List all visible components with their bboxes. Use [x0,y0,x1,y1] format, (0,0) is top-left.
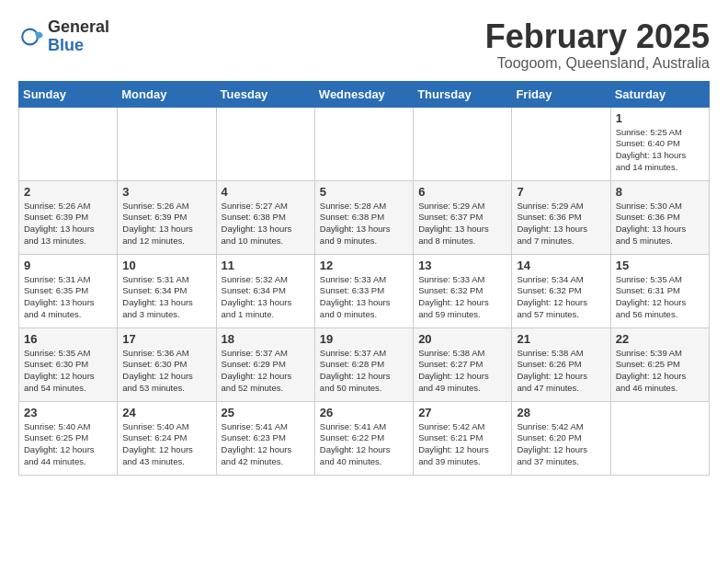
calendar-cell: 24Sunrise: 5:40 AM Sunset: 6:24 PM Dayli… [118,401,216,475]
day-info: Sunrise: 5:29 AM Sunset: 6:36 PM Dayligh… [517,201,605,247]
logo-general: General [48,18,109,37]
logo: General Blue [18,18,109,55]
day-number: 11 [222,259,310,272]
calendar-cell: 20Sunrise: 5:38 AM Sunset: 6:27 PM Dayli… [414,327,512,401]
calendar-cell: 18Sunrise: 5:37 AM Sunset: 6:29 PM Dayli… [216,327,314,401]
calendar-cell: 25Sunrise: 5:41 AM Sunset: 6:23 PM Dayli… [216,401,314,475]
page-header: General Blue February 2025 Toogoom, Quee… [18,18,710,72]
day-number: 19 [320,332,408,346]
day-number: 13 [418,259,506,272]
calendar-cell [414,107,512,180]
calendar-cell: 6Sunrise: 5:29 AM Sunset: 6:37 PM Daylig… [414,180,512,254]
calendar-cell: 9Sunrise: 5:31 AM Sunset: 6:35 PM Daylig… [19,254,118,327]
day-info: Sunrise: 5:38 AM Sunset: 6:27 PM Dayligh… [418,348,506,395]
calendar-cell: 15Sunrise: 5:35 AM Sunset: 6:31 PM Dayli… [610,254,709,327]
day-number: 14 [517,259,605,272]
day-info: Sunrise: 5:35 AM Sunset: 6:30 PM Dayligh… [24,348,112,395]
day-number: 26 [320,406,408,419]
day-info: Sunrise: 5:37 AM Sunset: 6:28 PM Dayligh… [320,348,408,395]
calendar-cell: 28Sunrise: 5:42 AM Sunset: 6:20 PM Dayli… [512,401,610,475]
calendar-cell [118,107,216,180]
day-number: 9 [24,259,112,272]
calendar-cell: 3Sunrise: 5:26 AM Sunset: 6:39 PM Daylig… [118,180,216,254]
day-info: Sunrise: 5:40 AM Sunset: 6:24 PM Dayligh… [122,421,210,468]
day-number: 2 [24,185,112,199]
calendar-cell: 17Sunrise: 5:36 AM Sunset: 6:30 PM Dayli… [118,327,216,401]
calendar-cell: 22Sunrise: 5:39 AM Sunset: 6:25 PM Dayli… [610,327,709,401]
day-info: Sunrise: 5:36 AM Sunset: 6:30 PM Dayligh… [122,348,210,395]
day-number: 23 [24,406,112,419]
calendar-cell: 1Sunrise: 5:25 AM Sunset: 6:40 PM Daylig… [610,107,709,180]
calendar-cell: 26Sunrise: 5:41 AM Sunset: 6:22 PM Dayli… [314,401,413,475]
calendar-week-4: 16Sunrise: 5:35 AM Sunset: 6:30 PM Dayli… [19,327,710,401]
day-info: Sunrise: 5:42 AM Sunset: 6:21 PM Dayligh… [418,421,506,468]
calendar-cell: 19Sunrise: 5:37 AM Sunset: 6:28 PM Dayli… [314,327,413,401]
day-number: 12 [320,259,408,272]
day-number: 1 [616,111,704,125]
calendar-cell: 14Sunrise: 5:34 AM Sunset: 6:32 PM Dayli… [512,254,610,327]
day-number: 3 [122,185,210,199]
calendar-cell: 5Sunrise: 5:28 AM Sunset: 6:38 PM Daylig… [314,180,413,254]
day-info: Sunrise: 5:26 AM Sunset: 6:39 PM Dayligh… [24,201,112,247]
weekday-header-thursday: Thursday [414,81,512,107]
day-info: Sunrise: 5:38 AM Sunset: 6:26 PM Dayligh… [517,348,605,395]
calendar-cell: 7Sunrise: 5:29 AM Sunset: 6:36 PM Daylig… [512,180,610,254]
day-info: Sunrise: 5:31 AM Sunset: 6:34 PM Dayligh… [122,274,210,321]
title-block: February 2025 Toogoom, Queensland, Austr… [485,18,710,72]
calendar-cell: 11Sunrise: 5:32 AM Sunset: 6:34 PM Dayli… [216,254,314,327]
calendar-table: SundayMondayTuesdayWednesdayThursdayFrid… [18,81,710,476]
month-title: February 2025 [485,18,710,55]
location: Toogoom, Queensland, Australia [485,55,710,72]
weekday-header-friday: Friday [512,81,610,107]
day-info: Sunrise: 5:30 AM Sunset: 6:36 PM Dayligh… [616,201,704,247]
calendar-week-2: 2Sunrise: 5:26 AM Sunset: 6:39 PM Daylig… [19,180,710,254]
day-info: Sunrise: 5:41 AM Sunset: 6:22 PM Dayligh… [320,421,408,468]
calendar-cell: 13Sunrise: 5:33 AM Sunset: 6:32 PM Dayli… [414,254,512,327]
calendar-cell [314,107,413,180]
day-info: Sunrise: 5:29 AM Sunset: 6:37 PM Dayligh… [418,201,506,247]
day-info: Sunrise: 5:33 AM Sunset: 6:32 PM Dayligh… [418,274,506,321]
day-info: Sunrise: 5:28 AM Sunset: 6:38 PM Dayligh… [320,201,408,247]
day-number: 22 [616,332,704,346]
calendar-cell: 21Sunrise: 5:38 AM Sunset: 6:26 PM Dayli… [512,327,610,401]
calendar-week-1: 1Sunrise: 5:25 AM Sunset: 6:40 PM Daylig… [19,107,710,180]
day-number: 6 [418,185,506,199]
day-number: 20 [418,332,506,346]
weekday-header-saturday: Saturday [610,81,709,107]
day-info: Sunrise: 5:39 AM Sunset: 6:25 PM Dayligh… [616,348,704,395]
day-number: 18 [222,332,310,346]
day-info: Sunrise: 5:27 AM Sunset: 6:38 PM Dayligh… [222,201,310,247]
calendar-cell: 2Sunrise: 5:26 AM Sunset: 6:39 PM Daylig… [19,180,118,254]
calendar-cell [216,107,314,180]
logo-blue: Blue [48,37,109,55]
calendar-week-3: 9Sunrise: 5:31 AM Sunset: 6:35 PM Daylig… [19,254,710,327]
weekday-header-row: SundayMondayTuesdayWednesdayThursdayFrid… [19,81,710,107]
day-info: Sunrise: 5:42 AM Sunset: 6:20 PM Dayligh… [517,421,605,468]
calendar-cell: 8Sunrise: 5:30 AM Sunset: 6:36 PM Daylig… [610,180,709,254]
calendar-cell [610,401,709,475]
day-info: Sunrise: 5:40 AM Sunset: 6:25 PM Dayligh… [24,421,112,468]
day-number: 10 [122,259,210,272]
logo-icon [18,24,44,50]
calendar-cell [512,107,610,180]
day-info: Sunrise: 5:32 AM Sunset: 6:34 PM Dayligh… [222,274,310,321]
weekday-header-sunday: Sunday [19,81,118,107]
day-number: 8 [616,185,704,199]
day-number: 17 [122,332,210,346]
day-info: Sunrise: 5:26 AM Sunset: 6:39 PM Dayligh… [122,201,210,247]
weekday-header-monday: Monday [118,81,216,107]
logo-text: General Blue [48,18,109,55]
calendar-cell: 16Sunrise: 5:35 AM Sunset: 6:30 PM Dayli… [19,327,118,401]
svg-point-0 [22,29,38,44]
day-number: 5 [320,185,408,199]
day-number: 25 [222,406,310,419]
day-number: 28 [517,406,605,419]
day-info: Sunrise: 5:37 AM Sunset: 6:29 PM Dayligh… [222,348,310,395]
calendar-cell: 27Sunrise: 5:42 AM Sunset: 6:21 PM Dayli… [414,401,512,475]
day-number: 24 [122,406,210,419]
day-number: 16 [24,332,112,346]
calendar-week-5: 23Sunrise: 5:40 AM Sunset: 6:25 PM Dayli… [19,401,710,475]
day-info: Sunrise: 5:35 AM Sunset: 6:31 PM Dayligh… [616,274,704,321]
weekday-header-wednesday: Wednesday [314,81,413,107]
weekday-header-tuesday: Tuesday [216,81,314,107]
